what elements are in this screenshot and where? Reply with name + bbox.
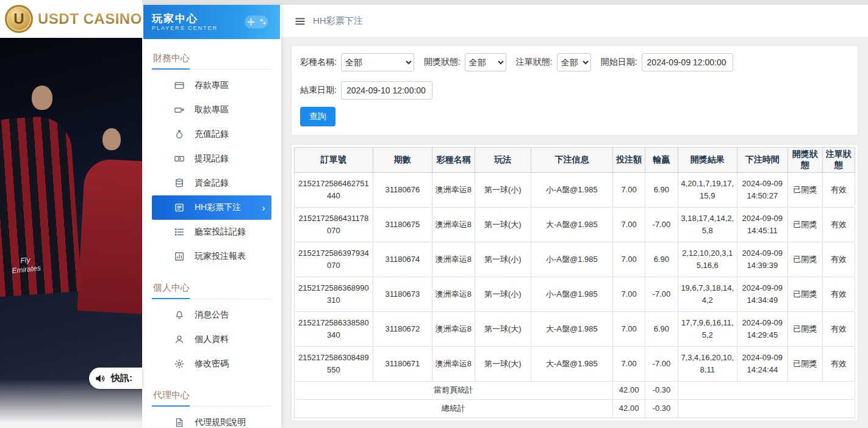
sidebar-item-cashout[interactable]: 提現記錄 — [152, 147, 271, 171]
photo-jersey-text: Fly Emirates — [10, 255, 41, 276]
menu-toggle-icon[interactable] — [295, 16, 306, 27]
lottery-name-label: 彩種名稱: — [300, 57, 337, 68]
cell-result: 2,12,10,20,3,15,16,6 — [678, 242, 737, 277]
bets-table-panel: 訂單號期數彩種名稱玩法下注信息投注額輸贏開獎結果下注時間開獎狀態注單狀態 215… — [291, 144, 858, 421]
filter-panel: 彩種名稱: 全部 開獎狀態: 全部 注單狀態: — [291, 45, 858, 136]
cell-time: 2024-09-09 14:24:44 — [737, 347, 787, 382]
cell-order_status: 有效 — [822, 208, 855, 242]
bets-table: 訂單號期數彩種名稱玩法下注信息投注額輸贏開獎結果下注時間開獎狀態注單狀態 215… — [294, 147, 855, 418]
cell-draw_status: 已開獎 — [787, 208, 822, 242]
cell-amount: 7.00 — [612, 173, 645, 208]
ticker-label: 快訊: — [111, 372, 132, 384]
sidebar-item-label: 修改密碼 — [195, 358, 229, 369]
column-header: 注單狀態 — [822, 148, 855, 173]
cell-time: 2024-09-09 14:34:49 — [737, 277, 787, 312]
sidebar-item-label: 代理規則說明 — [195, 417, 246, 428]
cell-draw_status: 已開獎 — [787, 347, 822, 382]
cell-play: 第一球(大) — [475, 208, 531, 242]
sidebar-item-password[interactable]: 修改密碼 — [152, 352, 271, 376]
sidebar-item-deposit[interactable]: 存款專區 — [152, 73, 271, 98]
column-header: 輸贏 — [645, 148, 678, 173]
sidebar-item-agent-rules[interactable]: 代理規則說明 — [152, 410, 271, 428]
cell-play: 第一球(小) — [475, 173, 531, 208]
cell-period: 31180675 — [373, 208, 432, 242]
cell-lottery: 澳洲幸运8 — [432, 277, 475, 312]
column-header: 玩法 — [475, 148, 531, 173]
brand-logo[interactable]: U USDT CASINO — [0, 0, 142, 38]
summary-bet-total: 42.00 — [612, 382, 645, 400]
room-icon — [174, 227, 185, 238]
photo-striped-jersey: Fly Emirates — [0, 115, 82, 297]
sidebar-item-lottery[interactable]: HH彩票下注› — [152, 195, 271, 220]
column-header: 期數 — [373, 148, 432, 173]
news-ticker: 快訊: — [89, 368, 142, 389]
cell-bet_info: 大-A盤@1.985 — [531, 208, 612, 242]
table-row: 215217258646275144031180676澳洲幸运8第一球(小)小-… — [295, 173, 855, 208]
sidebar-item-withdraw[interactable]: 取款專區 — [152, 98, 271, 122]
cell-order: 2152172586338580340 — [295, 312, 373, 347]
cell-time: 2024-09-09 14:50:27 — [737, 173, 787, 208]
sidebar-item-news[interactable]: 消息公告 — [152, 303, 271, 327]
cell-draw_status: 已開獎 — [787, 242, 822, 277]
lottery-name-select[interactable]: 全部 — [341, 53, 414, 71]
gear-icon — [174, 358, 185, 369]
right-region: 玩家中心 PLAYERS CENTER 財務中心存款專區取款專區充值記錄提現記錄… — [142, 0, 868, 428]
sidebar-item-funds[interactable]: 資金記錄 — [152, 171, 271, 195]
cell-period: 31180674 — [373, 242, 432, 277]
summary-row: 當前頁統計42.00-0.30 — [295, 382, 855, 400]
cell-period: 31180671 — [373, 347, 432, 382]
summary-empty — [678, 382, 855, 400]
cell-win_loss: -7.00 — [645, 208, 678, 242]
sidebar-item-recharge[interactable]: 充值記錄 — [152, 122, 271, 147]
sidebar-title: 玩家中心 — [152, 13, 218, 25]
column-header: 開獎狀態 — [787, 148, 822, 173]
sidebar-subtitle: PLAYERS CENTER — [152, 25, 218, 31]
column-header: 下注信息 — [531, 148, 612, 173]
cell-order_status: 有效 — [822, 173, 855, 208]
recharge-icon — [174, 129, 185, 140]
cell-lottery: 澳洲幸运8 — [432, 173, 475, 208]
funds-icon — [174, 178, 185, 189]
cell-period: 31180676 — [373, 173, 432, 208]
table-row: 215217258636899031031180673澳洲幸运8第一球(小)小-… — [295, 277, 855, 312]
sidebar-item-report[interactable]: 玩家投注報表 — [152, 244, 271, 269]
cell-result: 3,18,17,4,14,2,5,8 — [678, 208, 737, 242]
cell-order: 2152172586397934070 — [295, 242, 373, 277]
sidebar-section-title: 代理中心 — [152, 387, 271, 407]
cell-draw_status: 已開獎 — [787, 312, 822, 347]
cell-amount: 7.00 — [612, 208, 645, 242]
sidebar-item-profile[interactable]: 個人資料 — [152, 327, 271, 352]
end-date-input[interactable] — [341, 81, 432, 100]
draw-status-select[interactable]: 全部 — [465, 53, 506, 71]
sidebar: 玩家中心 PLAYERS CENTER 財務中心存款專區取款專區充值記錄提現記錄… — [142, 5, 281, 428]
user-icon — [174, 334, 185, 345]
cell-draw_status: 已開獎 — [787, 173, 822, 208]
cell-order: 2152172586308489550 — [295, 347, 373, 382]
main-content: 彩種名稱: 全部 開獎狀態: 全部 注單狀態: — [281, 38, 868, 428]
cell-lottery: 澳洲幸运8 — [432, 242, 475, 277]
sidebar-section-title: 個人中心 — [152, 280, 271, 299]
summary-bet-total: 42.00 — [612, 400, 645, 418]
search-button[interactable]: 查詢 — [300, 107, 335, 126]
start-date-label: 開始日期: — [601, 57, 637, 68]
sidebar-item-label: 個人資料 — [195, 334, 229, 345]
order-status-label: 注單狀態: — [516, 57, 553, 68]
cell-result: 4,20,1,7,19,17,15,9 — [678, 173, 737, 208]
table-row: 215217258630848955031180671澳洲幸运8第一球(大)大-… — [295, 347, 855, 382]
cell-win_loss: 6.90 — [645, 242, 678, 277]
cell-draw_status: 已開獎 — [787, 277, 822, 312]
sidebar-menu: 財務中心存款專區取款專區充值記錄提現記錄資金記錄HH彩票下注›廳室投註記錄玩家投… — [142, 50, 281, 428]
start-date-input[interactable] — [642, 53, 733, 71]
deposit-icon — [174, 80, 185, 91]
sidebar-item-room[interactable]: 廳室投註記錄 — [152, 220, 271, 244]
end-date-label: 結束日期: — [300, 85, 337, 96]
cell-order_status: 有效 — [822, 312, 855, 347]
report-icon — [174, 251, 185, 262]
order-status-select[interactable]: 全部 — [557, 53, 591, 71]
cell-play: 第一球(大) — [475, 347, 531, 382]
bell-icon — [174, 310, 185, 321]
cell-lottery: 澳洲幸运8 — [432, 208, 475, 242]
cell-order: 2152172586431178070 — [295, 208, 373, 242]
cell-lottery: 澳洲幸运8 — [432, 347, 475, 382]
sidebar-item-label: 存款專區 — [195, 80, 229, 91]
